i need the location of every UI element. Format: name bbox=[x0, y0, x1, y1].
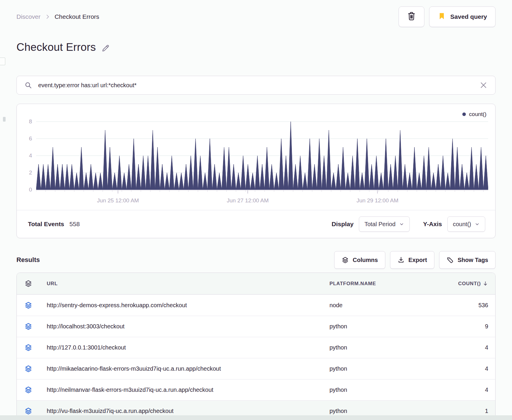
stack-icon[interactable] bbox=[17, 280, 40, 288]
page: Discover Checkout Errors bbox=[0, 0, 512, 420]
stack-icon[interactable] bbox=[17, 301, 40, 309]
y-tick-label: 8 bbox=[17, 118, 32, 125]
total-events-value: 558 bbox=[69, 221, 80, 228]
trash-icon bbox=[406, 11, 416, 23]
table-header: URL PLATFORM.NAME COUNT() bbox=[17, 273, 495, 295]
row-platform: python bbox=[329, 408, 444, 414]
row-platform: python bbox=[329, 387, 444, 393]
top-actions: Saved query bbox=[399, 6, 496, 27]
results-buttons: Columns Export Show Tags bbox=[334, 251, 496, 269]
breadcrumb-current: Checkout Errors bbox=[55, 13, 99, 20]
row-url: http://localhost:3003/checkout bbox=[40, 323, 329, 330]
sort-desc-icon bbox=[483, 281, 488, 286]
stack-icon bbox=[342, 256, 349, 264]
breadcrumb-discover[interactable]: Discover bbox=[16, 13, 41, 20]
tag-icon bbox=[446, 256, 454, 264]
row-count: 536 bbox=[444, 302, 488, 309]
stack-icon[interactable] bbox=[17, 386, 40, 394]
breadcrumb: Discover Checkout Errors bbox=[16, 13, 99, 20]
row-count: 4 bbox=[444, 365, 488, 372]
saved-query-label: Saved query bbox=[450, 13, 487, 20]
chevron-right-icon bbox=[45, 14, 51, 20]
search-input[interactable] bbox=[38, 82, 473, 89]
yaxis-dropdown-value: count() bbox=[453, 221, 471, 228]
chart-legend: count() bbox=[462, 111, 486, 117]
columns-button[interactable]: Columns bbox=[334, 251, 385, 269]
column-header-platform[interactable]: PLATFORM.NAME bbox=[329, 281, 444, 287]
row-count: 4 bbox=[444, 344, 488, 351]
top-bar: Discover Checkout Errors bbox=[16, 6, 496, 27]
events-area-chart bbox=[36, 120, 488, 194]
row-url: http://vu-flask-m3uuizd7iq-uc.a.run.app/… bbox=[40, 408, 329, 414]
table-row[interactable]: http://sentry-demos-express.herokuapp.co… bbox=[17, 295, 495, 316]
results-table: URL PLATFORM.NAME COUNT() http://sentry-… bbox=[16, 273, 496, 420]
page-title: Checkout Errors bbox=[16, 41, 96, 53]
stack-icon[interactable] bbox=[17, 344, 40, 352]
window-edge-artifact bbox=[0, 58, 5, 65]
legend-label: count() bbox=[469, 111, 486, 117]
yaxis-label: Y-Axis bbox=[423, 221, 442, 228]
total-events-label: Total Events bbox=[28, 221, 64, 228]
row-url: http://127.0.0.1:3001/checkout bbox=[40, 344, 329, 351]
row-url: http://neilmanvar-flask-errors-m3uuizd7i… bbox=[40, 387, 329, 393]
delete-query-button[interactable] bbox=[399, 6, 424, 27]
bookmark-icon bbox=[438, 12, 446, 22]
row-platform: python bbox=[329, 344, 444, 351]
clear-search-icon[interactable] bbox=[479, 81, 488, 89]
table-row[interactable]: http://localhost:3003/checkout python 9 bbox=[17, 316, 495, 337]
chevron-down-icon bbox=[399, 222, 404, 227]
show-tags-button[interactable]: Show Tags bbox=[439, 251, 496, 269]
table-row[interactable]: http://127.0.0.1:3001/checkout python 4 bbox=[17, 337, 495, 358]
y-tick-label: 0 bbox=[17, 186, 32, 194]
table-body: http://sentry-demos-express.herokuapp.co… bbox=[17, 295, 495, 420]
download-icon bbox=[397, 256, 405, 264]
chart-controls: Display Total Period Y-Axis count() bbox=[332, 216, 485, 232]
show-tags-label: Show Tags bbox=[458, 257, 488, 263]
results-row: Results Columns Export Show Tags bbox=[16, 251, 496, 269]
display-dropdown[interactable]: Total Period bbox=[359, 216, 410, 232]
row-count: 1 bbox=[444, 408, 488, 414]
y-tick-label: 6 bbox=[17, 135, 32, 142]
column-header-count[interactable]: COUNT() bbox=[444, 281, 488, 287]
row-platform: python bbox=[329, 365, 444, 372]
saved-query-button[interactable]: Saved query bbox=[429, 6, 496, 27]
chart-panel: count() 02468 Jun 25 12:00 AMJun 27 12:0… bbox=[16, 104, 496, 238]
row-platform: node bbox=[329, 302, 444, 309]
export-button[interactable]: Export bbox=[390, 251, 434, 269]
search-icon bbox=[24, 81, 32, 89]
legend-dot-icon bbox=[462, 112, 466, 116]
table-row[interactable]: http://mikaelacarino-flask-errors-m3uuiz… bbox=[17, 358, 495, 379]
window-edge-artifact bbox=[3, 117, 6, 122]
x-tick-label: Jun 25 12:00 AM bbox=[83, 197, 153, 204]
column-header-url[interactable]: URL bbox=[40, 281, 329, 287]
search-bar bbox=[16, 76, 496, 95]
row-count: 9 bbox=[444, 323, 488, 330]
columns-label: Columns bbox=[353, 257, 378, 263]
stack-icon[interactable] bbox=[17, 407, 40, 415]
row-url: http://mikaelacarino-flask-errors-m3uuiz… bbox=[40, 365, 329, 372]
stack-icon[interactable] bbox=[17, 365, 40, 373]
export-label: Export bbox=[409, 257, 427, 263]
x-tick-label: Jun 29 12:00 AM bbox=[342, 197, 413, 204]
x-tick-label: Jun 27 12:00 AM bbox=[213, 197, 283, 204]
y-tick-label: 2 bbox=[17, 169, 32, 177]
yaxis-dropdown[interactable]: count() bbox=[447, 216, 485, 232]
chart-footer: Total Events 558 Display Total Period Y-… bbox=[17, 210, 495, 238]
display-label: Display bbox=[332, 221, 354, 228]
table-row[interactable]: http://neilmanvar-flask-errors-m3uuizd7i… bbox=[17, 379, 495, 400]
row-url: http://sentry-demos-express.herokuapp.co… bbox=[40, 302, 329, 309]
page-bottom-strip bbox=[0, 415, 512, 420]
y-tick-label: 4 bbox=[17, 152, 32, 159]
chevron-down-icon bbox=[475, 222, 480, 227]
results-heading: Results bbox=[16, 256, 40, 264]
title-row: Checkout Errors bbox=[16, 41, 496, 53]
display-dropdown-value: Total Period bbox=[364, 221, 396, 228]
edit-title-icon[interactable] bbox=[101, 44, 110, 53]
row-count: 4 bbox=[444, 387, 488, 393]
stack-icon[interactable] bbox=[17, 322, 40, 330]
row-platform: python bbox=[329, 323, 444, 330]
total-events: Total Events 558 bbox=[28, 221, 80, 228]
